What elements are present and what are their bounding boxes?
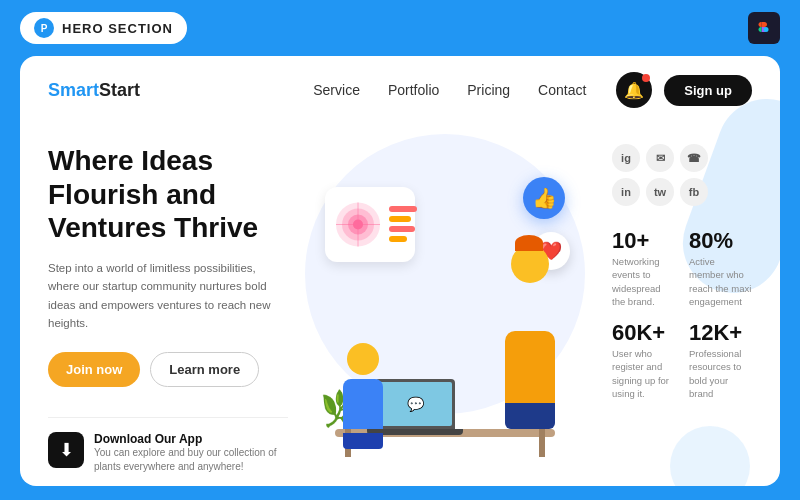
nav-service[interactable]: Service [313, 82, 360, 98]
person-standing-body [505, 331, 555, 403]
navbar: SmartStart Service Portfolio Pricing Con… [20, 56, 780, 124]
person-standing-legs [505, 403, 555, 429]
person-sitting-legs [343, 433, 383, 449]
float-like-icon: 👍 [523, 177, 565, 219]
center-illustration: 👍 ❤️ [298, 124, 592, 486]
stat-active-number: 80% [689, 230, 752, 252]
target-lines [389, 206, 417, 242]
app-download-icon[interactable]: ⬇ [48, 432, 84, 468]
app-download-desc: You can explore and buy our collection o… [94, 446, 288, 474]
notification-dot [642, 74, 650, 82]
social-row-1: ig ✉ ☎ [612, 144, 752, 172]
nav-pricing[interactable]: Pricing [467, 82, 510, 98]
social-instagram[interactable]: ig [612, 144, 640, 172]
nav-actions: 🔔 Sign up [616, 72, 752, 108]
figma-icon [748, 12, 780, 44]
cta-buttons: Join now Learn more [48, 352, 288, 387]
top-bar: P HERO SECTION [0, 0, 800, 56]
stat-networking-number: 10+ [612, 230, 675, 252]
social-phone[interactable]: ☎ [680, 144, 708, 172]
stat-networking: 10+ Networking events to widespread the … [612, 230, 675, 308]
stat-resources-number: 12K+ [689, 322, 752, 344]
social-email[interactable]: ✉ [646, 144, 674, 172]
learn-more-button[interactable]: Learn more [150, 352, 259, 387]
stat-users: 60K+ User who register and signing up fo… [612, 322, 675, 400]
person-sitting-body [343, 379, 383, 429]
app-download: ⬇ Download Our App You can explore and b… [48, 417, 288, 474]
logo-start: Start [99, 80, 140, 100]
nav-contact[interactable]: Contact [538, 82, 586, 98]
badge-text: HERO SECTION [62, 21, 173, 36]
stat-active-desc: Active member who reach the maxi engagem… [689, 255, 752, 308]
person-standing [505, 331, 557, 429]
laptop-screen: 💬 [378, 382, 452, 426]
nav-links: Service Portfolio Pricing Contact [313, 81, 586, 99]
float-target-card [325, 187, 415, 262]
notification-bell[interactable]: 🔔 [616, 72, 652, 108]
stat-resources-desc: Professional resources to bold your bran… [689, 347, 752, 400]
left-section: Where Ideas Flourish and Ventures Thrive… [48, 124, 288, 486]
laptop: 💬 [375, 379, 455, 429]
social-linkedin[interactable]: in [612, 178, 640, 206]
logo: SmartStart [48, 80, 140, 101]
content-area: Where Ideas Flourish and Ventures Thrive… [20, 124, 780, 486]
stat-active: 80% Active member who reach the maxi eng… [689, 230, 752, 308]
person-standing-hair [515, 235, 543, 251]
social-icons: ig ✉ ☎ in tw fb [612, 144, 752, 206]
social-twitter[interactable]: tw [646, 178, 674, 206]
desk-leg-right [539, 427, 545, 457]
stat-users-number: 60K+ [612, 322, 675, 344]
main-card: SmartStart Service Portfolio Pricing Con… [20, 56, 780, 486]
social-row-2: in tw fb [612, 178, 752, 206]
person-sitting-head [347, 343, 379, 375]
right-section: ig ✉ ☎ in tw fb 10+ Networking events to… [602, 124, 752, 486]
social-facebook[interactable]: fb [680, 178, 708, 206]
figure-container: 👍 ❤️ [315, 157, 575, 457]
main-heading: Where Ideas Flourish and Ventures Thrive [48, 144, 288, 245]
person-sitting [343, 379, 387, 429]
nav-portfolio[interactable]: Portfolio [388, 82, 439, 98]
signup-button[interactable]: Sign up [664, 75, 752, 106]
stat-networking-desc: Networking events to widespread the bran… [612, 255, 675, 308]
svg-point-0 [764, 27, 769, 32]
logo-smart: Smart [48, 80, 99, 100]
hero-badge: P HERO SECTION [20, 12, 187, 44]
stats-grid: 10+ Networking events to widespread the … [612, 230, 752, 400]
stat-users-desc: User who register and signing up for usi… [612, 347, 675, 400]
join-now-button[interactable]: Join now [48, 352, 140, 387]
app-download-text: Download Our App You can explore and buy… [94, 432, 288, 474]
hero-subtext: Step into a world of limitless possibili… [48, 259, 288, 333]
stat-resources: 12K+ Professional resources to bold your… [689, 322, 752, 400]
app-download-title: Download Our App [94, 432, 288, 446]
badge-icon: P [34, 18, 54, 38]
